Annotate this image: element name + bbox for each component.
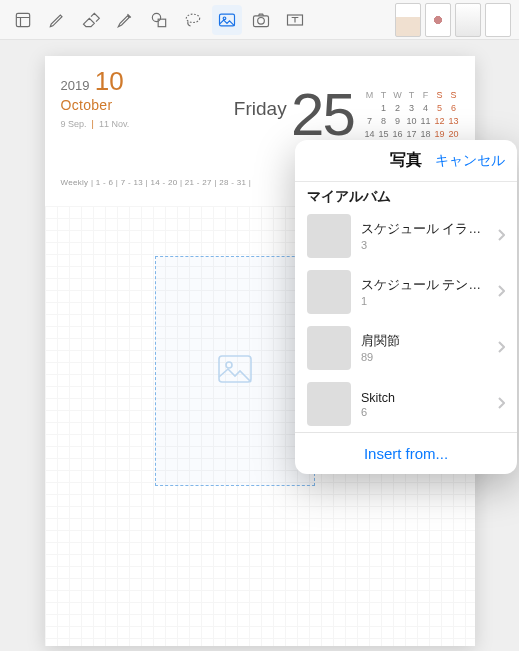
image-placeholder-icon (218, 355, 252, 387)
shape-icon[interactable] (144, 5, 174, 35)
highlighter-icon[interactable] (110, 5, 140, 35)
svg-point-1 (152, 13, 160, 21)
camera-icon[interactable] (246, 5, 276, 35)
image-drop-selection[interactable] (155, 256, 315, 486)
image-icon[interactable] (212, 5, 242, 35)
page-thumbnails (395, 3, 511, 37)
page-thumb[interactable] (455, 3, 481, 37)
chevron-right-icon (497, 283, 505, 301)
prev-month-link[interactable]: 9 Sep. (61, 119, 87, 129)
chevron-right-icon (497, 339, 505, 357)
picker-section-header: マイアルバム (295, 182, 517, 208)
page-thumb[interactable] (485, 3, 511, 37)
album-count: 3 (361, 239, 487, 251)
album-name: Skitch (361, 391, 487, 405)
svg-point-7 (258, 17, 265, 24)
day-number: 25 (291, 81, 354, 148)
album-thumb (307, 214, 351, 258)
svg-rect-0 (16, 13, 29, 26)
photo-picker-popover: 写真 キャンセル マイアルバム スケジュール イラスト3スケジュール テンプレ1… (295, 140, 517, 474)
weekday: Friday (234, 98, 287, 119)
album-count: 1 (361, 295, 487, 307)
month-name: October (61, 97, 130, 113)
layout-icon[interactable] (8, 5, 38, 35)
lasso-icon[interactable] (178, 5, 208, 35)
next-month-link[interactable]: 11 Nov. (99, 119, 129, 129)
picker-title: 写真 (390, 150, 422, 171)
cancel-button[interactable]: キャンセル (435, 152, 505, 170)
chevron-right-icon (497, 227, 505, 245)
svg-point-5 (223, 17, 226, 20)
toolbar (0, 0, 519, 40)
album-row[interactable]: スケジュール イラスト3 (295, 208, 517, 264)
album-row[interactable]: 肩関節89 (295, 320, 517, 376)
album-name: スケジュール テンプレ (361, 277, 487, 294)
album-row[interactable]: スケジュール テンプレ1 (295, 264, 517, 320)
album-name: 肩関節 (361, 333, 487, 350)
chevron-right-icon (497, 395, 505, 413)
album-count: 6 (361, 406, 487, 418)
svg-point-3 (186, 14, 199, 22)
album-row[interactable]: Skitch6 (295, 376, 517, 432)
album-thumb (307, 270, 351, 314)
album-name: スケジュール イラスト (361, 221, 487, 238)
eraser-icon[interactable] (76, 5, 106, 35)
month-number: 10 (95, 66, 124, 96)
album-count: 89 (361, 351, 487, 363)
album-thumb (307, 326, 351, 370)
date-block: 2019 10 October 9 Sep. | 11 Nov. (61, 66, 130, 129)
page-thumb[interactable] (425, 3, 451, 37)
textbox-icon[interactable] (280, 5, 310, 35)
insert-from-button[interactable]: Insert from... (295, 432, 517, 474)
svg-point-10 (226, 362, 232, 368)
year: 2019 (61, 78, 90, 93)
album-thumb (307, 382, 351, 426)
pen-icon[interactable] (42, 5, 72, 35)
page-thumb[interactable] (395, 3, 421, 37)
